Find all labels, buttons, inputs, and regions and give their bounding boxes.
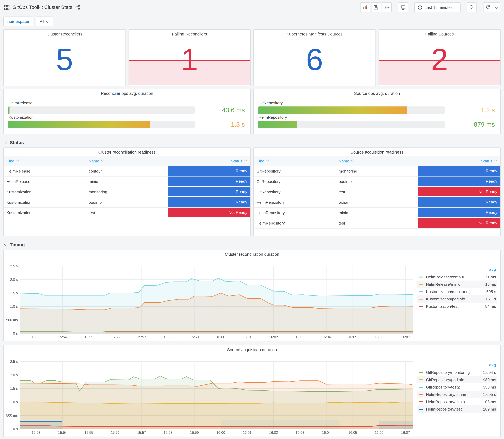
time-range-label: Last 15 minutes [424, 5, 453, 10]
svg-text:15:53: 15:53 [32, 431, 40, 435]
legend-item[interactable]: HelmRepository/minio108 ms [417, 398, 497, 405]
panel-title[interactable]: Reconciler ops avg. duration [4, 91, 250, 96]
gauge-label: GitRepository [258, 101, 496, 105]
timeseries-panel-source-acquisition-duration: Source acquisition duration 0 s500 ms1.0… [3, 345, 501, 437]
share-icon[interactable] [75, 5, 80, 10]
gauge-value: 43.6 ms [199, 107, 246, 114]
table-cell: test2 [336, 187, 418, 197]
legend-item[interactable]: HelmRelease/contour71 ms [417, 273, 497, 280]
status-badge: Ready [418, 177, 500, 187]
refresh-interval-button[interactable] [493, 2, 500, 12]
namespace-variable-label[interactable]: namespace [3, 16, 33, 26]
legend-item[interactable]: GitRepository/podinfo980 ms [417, 376, 497, 383]
svg-text:500 ms: 500 ms [6, 414, 18, 417]
legend-series-swatch [419, 394, 423, 395]
gauge-fill [258, 121, 297, 128]
table-cell: Kustomization [4, 207, 86, 218]
svg-text:16:07: 16:07 [401, 335, 410, 339]
column-header-name[interactable]: Name [86, 156, 168, 166]
legend-item[interactable]: HelmRepository/test289 ms [417, 405, 497, 413]
legend-avg-header[interactable]: avg [417, 361, 497, 369]
svg-text:15:56: 15:56 [111, 335, 120, 339]
dashboard-settings-button[interactable] [382, 2, 392, 12]
legend-item[interactable]: HelmRelease/minio16 ms [417, 280, 497, 288]
legend-series-name: Kustomization/podinfo [426, 297, 480, 301]
column-header-kind[interactable]: Kind [254, 156, 336, 166]
gauge-bar-row: 43.6 ms [8, 107, 246, 114]
filter-funnel-icon[interactable] [16, 159, 19, 163]
table-row: HelmReleasecontourReady [4, 166, 250, 176]
filter-funnel-icon[interactable] [244, 159, 247, 163]
grafana-dashboard: GitOps Toolkit Cluster Stats La [0, 0, 504, 439]
zoom-out-button[interactable] [467, 2, 477, 12]
stat-value: 5 [4, 44, 125, 75]
legend-item[interactable]: Kustomization/monitoring1.605 s [417, 288, 497, 295]
svg-text:15:59: 15:59 [190, 335, 199, 339]
svg-text:2.0 s: 2.0 s [10, 373, 18, 377]
legend-item[interactable]: Kustomization/podinfo1.071 s [417, 295, 497, 303]
filter-funnel-icon[interactable] [494, 159, 497, 163]
legend-item[interactable]: HelmRepository/bitnami1.695 s [417, 391, 497, 398]
dashboard-header: GitOps Toolkit Cluster Stats La [0, 0, 504, 14]
legend-series-avg: 1.605 s [480, 289, 496, 294]
chevron-down-icon [4, 242, 8, 246]
panel-title[interactable]: Source acquisition readiness [254, 150, 500, 155]
legend-series-name: Kustomization/monitoring [426, 289, 480, 294]
table-cell: podinfo [336, 176, 418, 187]
table-cell: Ready [168, 176, 250, 187]
svg-text:15:54: 15:54 [58, 431, 67, 435]
legend-series-swatch [419, 387, 423, 388]
svg-text:15:55: 15:55 [85, 431, 93, 435]
panel-title[interactable]: Failing Sources [379, 32, 500, 37]
legend-item[interactable]: GitRepository/monitoring1.594 s [417, 369, 497, 376]
time-range-picker[interactable]: Last 15 minutes [414, 2, 461, 12]
legend-series-swatch [419, 291, 423, 292]
legend-avg-header[interactable]: avg [417, 266, 497, 273]
panel-title[interactable]: Cluster Reconcilers [4, 32, 125, 37]
namespace-variable-select[interactable]: All [36, 16, 53, 26]
stat-panel-failing-sources: Failing Sources 2 [378, 29, 501, 86]
filter-funnel-icon[interactable] [351, 159, 354, 163]
gauge-fill [8, 107, 10, 114]
column-header-kind[interactable]: Kind [4, 156, 86, 166]
panel-title[interactable]: Failing Reconcilers [129, 32, 250, 37]
add-panel-button[interactable] [360, 2, 370, 12]
dashboard-grid-icon[interactable] [4, 5, 10, 10]
chart-plot[interactable]: 0 s500 ms1.0 s1.5 s2.0 s2.5 s15:5315:541… [4, 354, 415, 437]
legend-item[interactable]: GitRepository/test2338 ms [417, 383, 497, 391]
timeseries-panel-cluster-reconciliation-duration: Cluster reconciliation duration 0 s500 m… [3, 250, 501, 341]
refresh-button[interactable] [483, 2, 493, 12]
table-cell: Ready [168, 166, 250, 176]
status-badge: Ready [418, 166, 500, 176]
panel-title[interactable]: Source ops avg. duration [254, 91, 500, 96]
panel-title[interactable]: Source acquisition duration [4, 348, 500, 352]
column-header-name[interactable]: Name [336, 156, 418, 166]
svg-text:16:03: 16:03 [295, 431, 305, 435]
gauge-label: HelmRelease [9, 101, 246, 105]
section-row-timing[interactable]: Timing [0, 239, 504, 250]
svg-text:16:05: 16:05 [348, 431, 357, 435]
save-dashboard-button[interactable] [371, 2, 381, 12]
panel-title[interactable]: Kubernetes Manifests Sources [254, 32, 375, 37]
legend-series-avg: 1.594 s [480, 370, 496, 375]
legend-series-name: HelmRelease/minio [426, 282, 483, 286]
filter-funnel-icon[interactable] [266, 159, 269, 163]
table-row: GitRepositorypodinfoReady [254, 176, 500, 187]
table-panel-source-readiness: Source acquisition readiness KindNameSta… [253, 147, 501, 236]
legend-series-avg: 16 ms [483, 282, 496, 286]
panel-title[interactable]: Cluster reconciliation duration [4, 252, 500, 257]
legend-item[interactable]: Kustomization/test84 ms [417, 303, 497, 310]
panel-title[interactable]: Cluster reconciliation readiness [4, 150, 250, 155]
column-header-status[interactable]: Status [418, 156, 500, 166]
table-cell: bitnami [336, 197, 418, 207]
legend-series-name: Kustomization/test [426, 304, 483, 308]
svg-text:15:53: 15:53 [32, 335, 40, 339]
chart-plot[interactable]: 0 s500 ms1.0 s1.5 s2.0 s2.5 s15:5315:541… [4, 258, 415, 342]
stat-value: 6 [254, 44, 375, 75]
column-header-status[interactable]: Status [168, 156, 250, 166]
section-row-status[interactable]: Status [0, 137, 504, 147]
stat-value: 2 [379, 44, 500, 75]
table-cell: Ready [418, 207, 500, 218]
filter-funnel-icon[interactable] [101, 159, 104, 163]
cycle-view-button[interactable] [398, 2, 408, 12]
